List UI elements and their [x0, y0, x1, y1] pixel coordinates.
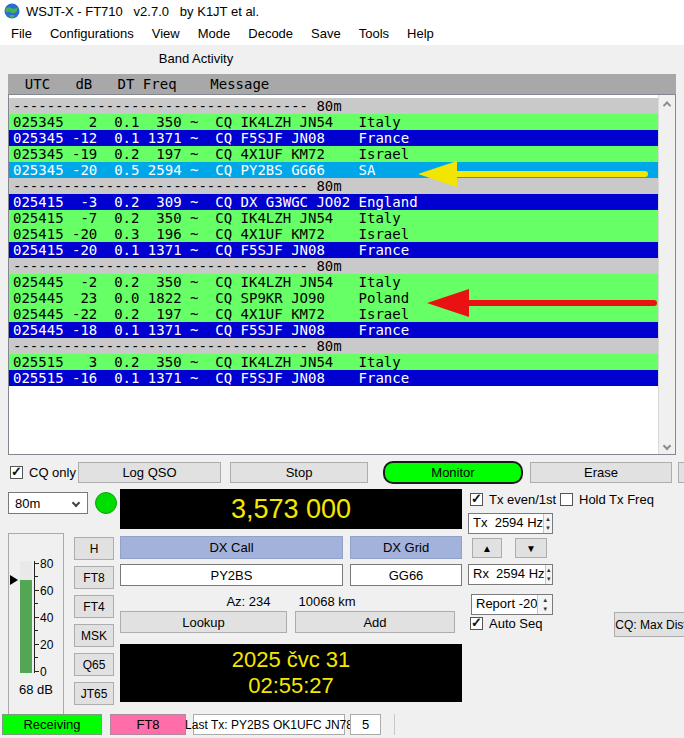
band-select[interactable]: 80m [8, 492, 88, 514]
frequency-display: 3,573 000 [120, 489, 462, 529]
menu-mode[interactable]: Mode [189, 24, 240, 43]
menu-save[interactable]: Save [302, 24, 350, 43]
tx-spinner-arrows[interactable]: ▲▼ [543, 514, 552, 533]
band-activity-rows: ----------------------------------- 80m0… [9, 98, 658, 454]
spin-up-icon[interactable]: ▲ [538, 595, 552, 605]
lookup-button[interactable]: Lookup [120, 611, 287, 633]
decode-row[interactable]: 025445 -18 0.1 1371 ~ CQ F5SJF JN08 Fran… [9, 322, 658, 338]
hold-tx-freq-checkbox[interactable]: Hold Tx Freq [560, 492, 654, 507]
clock-date: 2025 čvc 31 [232, 648, 351, 672]
tx-even-label: Tx even/1st [489, 492, 556, 507]
utc-clock-display: 2025 čvc 31 02:55:27 [120, 644, 462, 702]
menu-file[interactable]: File [2, 24, 41, 43]
spin-down-icon[interactable]: ▼ [546, 575, 552, 585]
cq-only-checkbox-box[interactable] [10, 466, 23, 479]
tx-freq-spinner[interactable]: Tx 2594 Hz ▲▼ [468, 513, 553, 534]
menu-configurations[interactable]: Configurations [41, 24, 143, 43]
menu-tools[interactable]: Tools [350, 24, 398, 43]
dx-call-input[interactable]: PY2BS [120, 564, 343, 586]
auto-seq-checkbox[interactable]: Auto Seq [470, 616, 543, 631]
report-spinner-arrows[interactable]: ▲▼ [537, 595, 552, 614]
cq-max-dist-button[interactable]: CQ: Max Dist [614, 612, 684, 637]
decode-row[interactable]: 025345 -20 0.5 2594 ~ CQ PY2BS GG66 SA [9, 162, 658, 178]
distance-value: 10068 km [299, 594, 356, 609]
menu-help[interactable]: Help [398, 24, 443, 43]
meter-pointer-icon [10, 575, 18, 585]
spin-up-icon[interactable]: ▲ [546, 565, 552, 575]
mode-q65-button[interactable]: Q65 [74, 653, 114, 676]
report-spinner[interactable]: Report -20 ▲▼ [471, 594, 553, 615]
hold-tx-checkbox-box[interactable] [560, 493, 573, 506]
rx-spinner-arrows[interactable]: ▲▼ [545, 565, 552, 584]
decode-row[interactable]: 025415 -20 0.3 196 ~ CQ 4X1UF KM72 Israe… [9, 226, 658, 242]
status-mode-badge: FT8 [110, 714, 186, 735]
azimuth-distance-line: Az: 234 10068 km [120, 594, 462, 609]
tx-freq-spinner-value: Tx 2594 Hz [469, 514, 543, 533]
mode-buttons: H FT8 FT4 MSK Q65 JT65 [74, 537, 114, 705]
band-activity-column-header: UTC dB DT Freq Message [8, 74, 676, 94]
decode-row[interactable]: 025415 -7 0.2 350 ~ CQ IK4LZH JN54 Italy [9, 210, 658, 226]
decode-row[interactable]: 025345 -12 0.1 1371 ~ CQ F5SJF JN08 Fran… [9, 130, 658, 146]
dx-call-header: DX Call [120, 536, 343, 559]
mode-ft4-button[interactable]: FT4 [74, 595, 114, 618]
dx-grid-input[interactable]: GG66 [350, 564, 462, 586]
decode-row[interactable]: 025345 2 0.1 350 ~ CQ IK4LZH JN54 Italy [9, 114, 658, 130]
app-globe-icon [4, 3, 20, 19]
stop-button[interactable]: Stop [230, 462, 368, 483]
spin-down-icon[interactable]: ▼ [538, 605, 552, 615]
mode-jt65-button[interactable]: JT65 [74, 682, 114, 705]
chevron-up-icon [663, 101, 671, 109]
status-last-tx: Last Tx: PY2BS OK1UFC JN78 [193, 714, 345, 735]
wsjtx-window: WSJT-X - FT710 v2.7.0 by K1JT et al. Fil… [0, 0, 684, 738]
rx-freq-spinner-value: Rx 2594 Hz [469, 565, 545, 584]
tx-even-checkbox-box[interactable] [470, 493, 483, 506]
meter-tick-60: 60 [40, 586, 53, 596]
dx-grid-header: DX Grid [350, 536, 462, 559]
status-receiving-badge: Receiving [2, 714, 102, 735]
decode-row[interactable]: 025445 23 0.0 1822 ~ CQ SP9KR JO90 Polan… [9, 290, 658, 306]
log-qso-button[interactable]: Log QSO [78, 462, 221, 483]
meter-tick-40: 40 [40, 613, 53, 623]
report-spinner-value: Report -20 [472, 595, 537, 614]
decode-row[interactable]: 025345 -19 0.2 197 ~ CQ 4X1UF KM72 Israe… [9, 146, 658, 162]
spin-down-icon[interactable]: ▼ [544, 524, 552, 534]
band-activity-title: Band Activity [0, 51, 392, 66]
cq-only-checkbox[interactable]: CQ only [10, 465, 76, 480]
band-separator-row: ----------------------------------- 80m [9, 338, 658, 354]
tx-freq-up-button[interactable]: ▲ [472, 538, 502, 558]
decode-row[interactable]: 025445 -22 0.2 197 ~ CQ 4X1UF KM72 Israe… [9, 306, 658, 322]
meter-tick-20: 20 [40, 640, 53, 650]
mode-msk-button[interactable]: MSK [74, 624, 114, 647]
mode-ft8-button[interactable]: FT8 [74, 566, 114, 589]
meter-tick-0: 0 [40, 667, 47, 677]
spin-up-icon[interactable]: ▲ [544, 514, 552, 524]
auto-seq-label: Auto Seq [489, 616, 543, 631]
cq-only-label: CQ only [29, 465, 76, 480]
scrollbar[interactable] [658, 95, 675, 454]
decode-row[interactable]: 025515 3 0.2 350 ~ CQ IK4LZH JN54 Italy [9, 354, 658, 370]
band-activity-panel: ----------------------------------- 80m0… [8, 94, 676, 455]
tx-even-checkbox[interactable]: Tx even/1st [470, 492, 556, 507]
band-separator-row: ----------------------------------- 80m [9, 98, 658, 114]
decode-row[interactable]: 025445 -2 0.2 350 ~ CQ IK4LZH JN54 Italy [9, 274, 658, 290]
menu-view[interactable]: View [143, 24, 189, 43]
monitor-button[interactable]: Monitor [383, 461, 523, 484]
clipped-button[interactable] [678, 462, 684, 483]
decode-row[interactable]: 025415 -20 0.1 1371 ~ CQ F5SJF JN08 Fran… [9, 242, 658, 258]
mode-h-button[interactable]: H [74, 537, 114, 560]
chevron-down-icon [663, 441, 671, 449]
erase-button[interactable]: Erase [530, 462, 672, 483]
status-count: 5 [350, 714, 381, 735]
azimuth-value: Az: 234 [226, 594, 270, 609]
scrollbar-up-button[interactable] [659, 95, 675, 112]
auto-seq-checkbox-box[interactable] [470, 617, 483, 630]
decode-row[interactable]: 025415 -3 0.2 309 ~ CQ DX G3WGC JO02 Eng… [9, 194, 658, 210]
decode-row[interactable]: 025515 -16 0.1 1371 ~ CQ F5SJF JN08 Fran… [9, 370, 658, 386]
rx-freq-spinner[interactable]: Rx 2594 Hz ▲▼ [468, 564, 553, 585]
scrollbar-down-button[interactable] [659, 437, 675, 454]
meter-bar [20, 580, 32, 673]
menu-decode[interactable]: Decode [239, 24, 302, 43]
add-button[interactable]: Add [295, 611, 455, 633]
rig-status-lamp[interactable] [95, 492, 117, 514]
tx-freq-down-button[interactable]: ▼ [515, 538, 547, 558]
